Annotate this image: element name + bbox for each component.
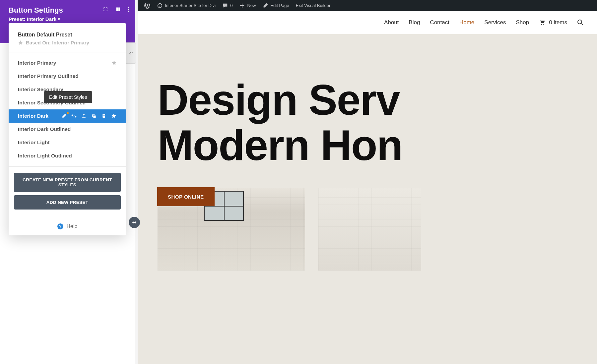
star-icon <box>18 40 23 45</box>
cart-link[interactable]: 0 items <box>539 19 567 26</box>
nav-services[interactable]: Services <box>484 19 506 26</box>
preset-item[interactable]: Interior Primary Outlined <box>9 70 126 83</box>
panel-header: Button Settings Preset: Interior Dark ▾ <box>0 0 135 27</box>
add-preset-button[interactable]: ADD NEW PRESET <box>14 195 121 210</box>
edit-page-label: Edit Page <box>270 3 289 8</box>
expand-icon[interactable] <box>103 7 108 12</box>
create-preset-button[interactable]: CREATE NEW PRESET FROM CURRENT STYLES <box>14 173 121 192</box>
preset-selector[interactable]: Preset: Interior Dark ▾ <box>9 16 127 22</box>
dropdown-header: Button Default Preset Based On: Interior… <box>9 23 126 52</box>
tab-peek: er <box>126 42 136 64</box>
star-icon <box>111 60 117 66</box>
site-name-link[interactable]: Interior Starter Site for Divi <box>154 3 219 9</box>
duplicate-icon[interactable] <box>91 113 97 119</box>
svg-point-4 <box>128 9 129 10</box>
more-icon[interactable] <box>128 7 129 12</box>
site-nav: About Blog Contact Home Services Shop 0 … <box>138 11 597 34</box>
svg-point-5 <box>128 11 129 12</box>
nav-about[interactable]: About <box>384 19 399 26</box>
panel-resize-handle[interactable] <box>129 217 140 228</box>
preset-item[interactable]: Interior Light <box>9 136 126 149</box>
hero-image-right <box>318 188 421 271</box>
preset-item[interactable]: Interior Primary <box>9 56 126 70</box>
comments-link[interactable]: 0 <box>219 3 236 9</box>
help-link[interactable]: ? Help <box>9 217 126 235</box>
hero-image-left: SHOP ONLINE <box>158 188 305 271</box>
hero-section: Design Serv Modern Hon SHOP ONLINE <box>138 34 597 271</box>
wp-logo[interactable] <box>141 3 154 9</box>
svg-point-1 <box>543 24 544 25</box>
upload-icon[interactable] <box>81 113 87 119</box>
nav-contact[interactable]: Contact <box>430 19 449 26</box>
preset-list: Interior Primary Interior Primary Outlin… <box>9 52 126 166</box>
preset-dropdown: Button Default Preset Based On: Interior… <box>9 23 126 235</box>
nav-blog[interactable]: Blog <box>409 19 420 26</box>
nav-home[interactable]: Home <box>459 19 474 26</box>
edit-preset-icon[interactable] <box>61 113 67 119</box>
svg-point-0 <box>541 24 542 25</box>
edit-page-link[interactable]: Edit Page <box>259 3 292 9</box>
hero-heading: Design Serv Modern Hon <box>158 77 577 168</box>
wp-admin-bar: Interior Starter Site for Divi 0 New Edi… <box>138 0 597 11</box>
nav-shop[interactable]: Shop <box>516 19 529 26</box>
svg-point-3 <box>128 7 129 8</box>
svg-point-2 <box>578 20 582 24</box>
new-link[interactable]: New <box>236 3 259 9</box>
search-icon[interactable] <box>577 19 584 26</box>
columns-icon[interactable] <box>115 7 121 12</box>
preset-item[interactable]: Interior Dark Outlined <box>9 123 126 136</box>
element-menu-icon[interactable]: ⋮ <box>128 62 134 69</box>
help-icon: ? <box>57 223 63 229</box>
preset-item-selected[interactable]: Interior Dark <box>9 109 126 123</box>
gear-icon[interactable] <box>71 113 77 119</box>
star-icon[interactable] <box>111 113 117 119</box>
cart-count: 0 items <box>549 19 567 26</box>
shop-online-button[interactable]: SHOP ONLINE <box>157 187 215 206</box>
default-preset-title: Button Default Preset <box>18 32 117 38</box>
exit-vb-label: Exit Visual Builder <box>296 3 331 8</box>
tooltip: Edit Preset Styles <box>44 91 92 103</box>
trash-icon[interactable] <box>101 113 107 119</box>
new-label: New <box>247 3 256 8</box>
based-on-row: Based On: Interior Primary <box>18 40 117 45</box>
comments-count: 0 <box>230 3 232 8</box>
site-preview: About Blog Contact Home Services Shop 0 … <box>138 11 597 364</box>
chevron-down-icon: ▾ <box>58 16 60 22</box>
exit-vb-link[interactable]: Exit Visual Builder <box>293 3 334 8</box>
site-name: Interior Starter Site for Divi <box>165 3 216 8</box>
preset-item[interactable]: Interior Light Outlined <box>9 149 126 162</box>
